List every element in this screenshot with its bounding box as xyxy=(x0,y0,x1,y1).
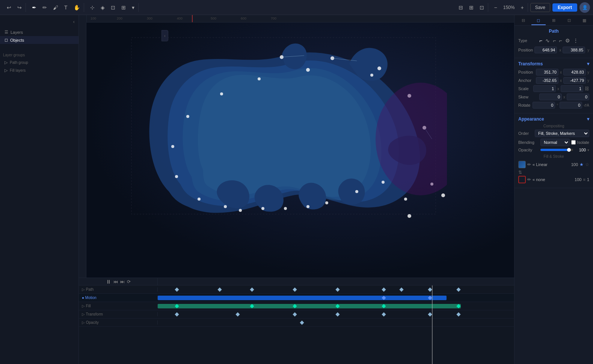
keyframe-1-4[interactable] xyxy=(293,287,297,292)
keyframe-4-1[interactable] xyxy=(175,312,179,316)
keyframe-4-5[interactable] xyxy=(382,312,386,316)
scale-link-button[interactable]: ⛓ xyxy=(585,86,589,91)
skew-y-input[interactable] xyxy=(567,94,589,100)
sidebar-item-group2[interactable]: ▷ Fill layers xyxy=(0,66,78,74)
node-tool-button[interactable]: ◈ xyxy=(98,3,107,12)
step-back-button[interactable]: ⏮ xyxy=(113,279,118,284)
track-3-label: ▷ Fill xyxy=(79,304,158,308)
sidebar-collapse-button[interactable]: ‹ xyxy=(71,17,77,27)
scale-y-input[interactable] xyxy=(561,85,583,92)
user-avatar[interactable]: 👤 xyxy=(579,2,590,13)
fill-edit-button[interactable]: ✏ xyxy=(527,162,531,167)
keyframe-4-7[interactable] xyxy=(456,312,460,316)
keyframe-1-3[interactable] xyxy=(250,287,254,292)
keyframe-1-7[interactable] xyxy=(400,287,404,292)
timeline-tracks-container[interactable]: ▷ Path xyxy=(79,285,514,364)
blending-select[interactable]: Normal xyxy=(540,139,570,146)
transforms-header[interactable]: Transforms ▾ xyxy=(518,61,589,66)
undo-button[interactable]: ↩ xyxy=(5,3,14,12)
rotate-y-input[interactable] xyxy=(560,102,582,109)
keyframe-4-4[interactable] xyxy=(335,312,340,316)
sidebar-item-objects[interactable]: ◻ Objects xyxy=(0,36,78,44)
zoom-in-button[interactable]: + xyxy=(518,3,526,12)
panel-tab-more[interactable]: ⊡ xyxy=(562,17,576,25)
export-button[interactable]: Export xyxy=(552,3,577,12)
zoom-tool-button[interactable]: ⊡ xyxy=(109,3,118,12)
fill-star-button[interactable]: ★ xyxy=(579,162,584,167)
sidebar-item-layers[interactable]: ☰ Layers xyxy=(0,28,78,36)
stroke-lines-button[interactable]: ≡ xyxy=(583,177,585,182)
measure-tool-button[interactable]: ⊞ xyxy=(119,3,128,12)
zoom-out-button[interactable]: − xyxy=(492,3,499,12)
loop-button[interactable]: ⟳ xyxy=(127,279,131,284)
keyframe-1-8[interactable] xyxy=(428,287,432,292)
opacity-slider[interactable] xyxy=(540,149,573,151)
keyframe-1-2[interactable] xyxy=(218,287,222,292)
play-button[interactable]: ⏸ xyxy=(106,279,111,285)
track-2-bar[interactable] xyxy=(158,296,447,300)
isolate-checkbox[interactable] xyxy=(571,140,576,145)
stroke-color-swatch[interactable] xyxy=(518,176,526,183)
snap-button[interactable]: ⊡ xyxy=(477,3,486,12)
keyframe-4-3[interactable] xyxy=(293,312,297,316)
keyframe-1-1[interactable] xyxy=(175,287,179,292)
swap-fill-stroke-button[interactable]: ⇅ xyxy=(518,170,522,175)
track-3-content[interactable] xyxy=(158,302,514,310)
transform-pos-label: Position xyxy=(518,70,534,74)
keyframe-1-5[interactable] xyxy=(335,287,340,292)
keyframe-4-2[interactable] xyxy=(235,312,240,316)
panel-toggle-button[interactable]: ‹ xyxy=(161,30,168,41)
grid-button[interactable]: ⊞ xyxy=(467,3,476,12)
type-more-btn[interactable]: ⋮ xyxy=(572,37,579,44)
pencil-tool-button[interactable]: ✏ xyxy=(40,3,49,12)
type-corner-btn[interactable]: ⌐ xyxy=(539,37,543,44)
brush-tool-button[interactable]: 🖌 xyxy=(51,3,60,12)
keyframe-1-6[interactable] xyxy=(382,287,386,292)
keyframe-4-6[interactable] xyxy=(428,312,432,316)
svg-point-10 xyxy=(407,214,411,218)
panel-tab-grid[interactable]: ▦ xyxy=(577,17,591,25)
step-forward-button[interactable]: ⏭ xyxy=(120,279,125,284)
anchor-x-input[interactable] xyxy=(536,77,558,84)
rotate-x-input[interactable] xyxy=(533,102,555,109)
pen-tool-button[interactable]: ✒ xyxy=(30,3,39,12)
type-settings-btn[interactable]: ⚙ xyxy=(564,37,571,44)
opacity-slider-thumb[interactable] xyxy=(567,148,571,152)
hand-tool-button[interactable]: ✋ xyxy=(71,3,82,12)
panel-tab-align[interactable]: ⊟ xyxy=(516,17,531,25)
scale-x-input[interactable] xyxy=(533,85,556,92)
more-tools-button[interactable]: ▾ xyxy=(130,3,137,12)
position-y-input[interactable] xyxy=(563,47,585,53)
svg-point-26 xyxy=(171,145,174,148)
redo-button[interactable]: ↪ xyxy=(15,3,24,12)
fill-star-outline-button[interactable]: ☆ xyxy=(585,162,589,167)
fill-color-swatch[interactable] xyxy=(518,161,526,168)
position-x-input[interactable] xyxy=(534,47,557,53)
text-tool-button[interactable]: T xyxy=(62,3,70,12)
panel-tab-object[interactable]: ◻ xyxy=(531,17,546,25)
save-button[interactable]: Save xyxy=(530,3,550,12)
transform-pos-y-input[interactable] xyxy=(563,69,586,76)
order-select[interactable]: Fill, Stroke, Markers xyxy=(535,130,589,137)
track-3-bar[interactable] xyxy=(158,304,461,308)
track-1-content[interactable] xyxy=(158,285,514,293)
canvas-viewport[interactable]: ‹ xyxy=(86,23,514,278)
keyframe-5-1[interactable] xyxy=(300,320,304,325)
type-symmetric-btn[interactable]: ⌐ xyxy=(552,37,557,44)
appearance-header[interactable]: Appearance ▾ xyxy=(518,116,589,122)
anchor-y-input[interactable] xyxy=(563,77,586,84)
track-2-content[interactable] xyxy=(158,294,514,302)
sidebar-item-group1[interactable]: ▷ Path group xyxy=(0,59,78,66)
rotate-reset-btn[interactable]: ↺A xyxy=(584,103,589,107)
display-mode-button[interactable]: ⊟ xyxy=(456,3,465,12)
select-tool-button[interactable]: ⊹ xyxy=(88,3,97,12)
stroke-edit-button[interactable]: ✏ xyxy=(527,177,531,182)
track-5-content[interactable] xyxy=(158,319,514,326)
keyframe-1-9[interactable] xyxy=(456,287,460,292)
skew-x-input[interactable] xyxy=(539,94,562,100)
panel-tab-transform[interactable]: ⊞ xyxy=(546,17,561,25)
type-smooth-btn[interactable]: ∿ xyxy=(545,37,551,44)
type-auto-btn[interactable]: ⌐ xyxy=(558,37,563,44)
track-4-content[interactable] xyxy=(158,310,514,318)
transform-pos-x-input[interactable] xyxy=(536,69,558,76)
